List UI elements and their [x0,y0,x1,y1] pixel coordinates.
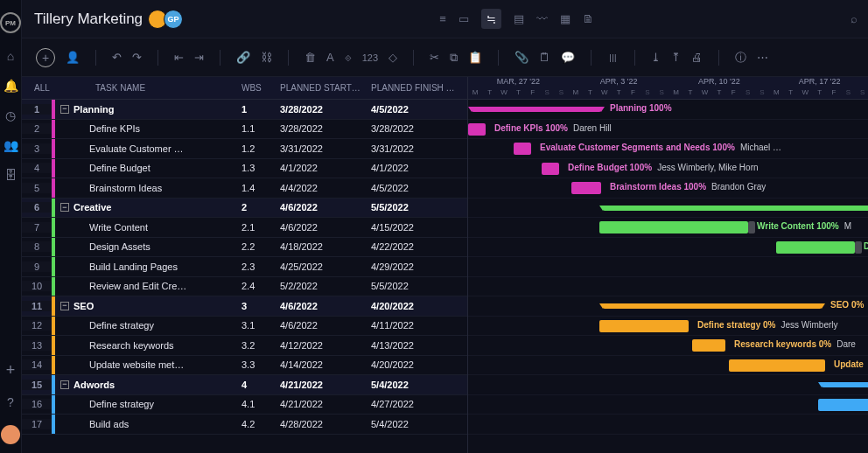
wbs-cell[interactable]: 1.3 [242,163,280,173]
add-task-button[interactable]: + [36,48,55,67]
gantt-row[interactable]: SEO 0% [468,296,868,317]
calendar-view-icon[interactable]: ▦ [560,12,570,25]
task-name-cell[interactable]: −SEO [55,301,242,311]
wbs-cell[interactable]: 1.4 [242,183,280,193]
finish-cell[interactable]: 4/20/2022 [371,359,467,370]
col-all[interactable]: ALL [22,83,88,93]
task-row[interactable]: 6−Creative24/6/20225/5/2022 [22,199,467,219]
gantt-bar[interactable] [776,241,855,254]
gantt-bar[interactable] [603,206,868,211]
columns-icon[interactable]: ⫼ [607,51,619,64]
collapse-icon[interactable]: − [60,302,69,310]
wbs-cell[interactable]: 2.4 [242,281,280,291]
gantt-bar[interactable] [818,399,868,411]
task-row[interactable]: 15−Adwords44/21/20225/4/2022 [22,375,467,395]
home-icon[interactable]: ⌂ [7,49,14,63]
start-cell[interactable]: 3/28/2022 [280,123,371,134]
undo-icon[interactable]: ↶ [112,51,122,64]
finish-cell[interactable]: 5/4/2022 [371,419,467,429]
task-name-cell[interactable]: Build Landing Pages [55,261,242,272]
task-name-cell[interactable]: −Planning [55,104,242,115]
task-row[interactable]: 2Define KPIs1.13/28/20223/28/2022 [22,120,467,140]
task-row[interactable]: 14Update website met…3.34/14/20224/20/20… [22,356,467,376]
task-name-cell[interactable]: −Adwords [55,380,242,390]
finish-cell[interactable]: 4/29/2022 [371,261,467,272]
gantt-row[interactable] [468,395,868,415]
list-view-icon[interactable]: ≡ [439,12,446,25]
gantt-row[interactable]: Brainstorm Ideas 100%Brandon Gray [468,178,868,199]
add-icon[interactable]: + [6,361,16,380]
gantt-bar[interactable] [514,143,531,155]
clock-icon[interactable]: ◷ [5,108,16,122]
finish-cell[interactable]: 4/5/2022 [371,183,467,193]
finish-cell[interactable]: 4/20/2022 [371,301,467,311]
gantt-bar[interactable] [468,123,486,136]
attach-icon[interactable]: 📎 [514,51,528,64]
task-name-cell[interactable]: Brainstorm Ideas [55,183,242,193]
search-icon[interactable]: ⌕ [850,12,858,25]
gantt-row[interactable]: Define Budget 100%Jess Wimberly, Mike Ho… [468,159,868,179]
start-cell[interactable]: 4/6/2022 [280,222,371,233]
col-wbs[interactable]: WBS [242,83,280,93]
task-row[interactable]: 17Build ads4.24/28/20225/4/2022 [22,415,467,435]
finish-cell[interactable]: 4/1/2022 [371,163,467,173]
task-row[interactable]: 1−Planning13/28/20224/5/2022 [22,100,467,120]
gantt-bar[interactable] [472,107,601,112]
collapse-icon[interactable]: − [60,105,69,114]
finish-cell[interactable]: 4/22/2022 [371,241,467,252]
task-row[interactable]: 16Define strategy4.14/21/20224/27/2022 [22,395,467,415]
gantt-view-icon[interactable]: ≒ [481,9,501,29]
wbs-cell[interactable]: 1 [242,104,280,115]
finish-cell[interactable]: 4/11/2022 [371,320,467,331]
app-logo[interactable]: PM [0,12,21,33]
copy-icon[interactable]: ⧉ [450,51,458,65]
start-cell[interactable]: 4/12/2022 [280,340,371,351]
gantt-body[interactable]: Planning 100%Define KPIs 100%Daren HillE… [468,100,868,453]
help-icon[interactable]: ? [7,395,14,409]
member-avatars[interactable]: GP [151,10,183,29]
text-style-icon[interactable]: A [326,51,334,64]
finish-cell[interactable]: 5/5/2022 [371,281,467,291]
gantt-row[interactable]: D [468,238,868,258]
start-cell[interactable]: 4/14/2022 [280,359,371,370]
milestone-icon[interactable]: ◇ [388,51,397,64]
gantt-bar[interactable] [822,382,868,387]
start-cell[interactable]: 4/4/2022 [280,183,371,193]
task-name-cell[interactable]: Define Budget [55,163,242,173]
gantt-bar[interactable] [729,359,825,372]
task-row[interactable]: 8Design Assets2.24/18/20224/22/2022 [22,238,467,258]
board-view-icon[interactable]: ▭ [458,12,469,25]
unlink-icon[interactable]: ⛓ [261,51,272,64]
briefcase-icon[interactable]: 🗄 [4,168,17,182]
start-cell[interactable]: 3/28/2022 [280,104,371,115]
doc-view-icon[interactable]: 🗎 [583,12,594,25]
col-finish[interactable]: PLANNED FINISH … [371,83,467,93]
user-avatar[interactable] [1,425,20,444]
start-cell[interactable]: 4/18/2022 [280,241,371,252]
task-name-cell[interactable]: Define strategy [55,399,242,409]
print-icon[interactable]: 🖨 [691,51,703,64]
gantt-bar[interactable] [571,182,601,194]
outdent-icon[interactable]: ⇤ [174,51,184,64]
wbs-cell[interactable]: 2.2 [242,241,280,252]
bell-icon[interactable]: 🔔 [4,79,18,93]
gantt-bar[interactable] [599,320,689,332]
finish-cell[interactable]: 5/5/2022 [371,202,467,213]
task-name-cell[interactable]: Design Assets [55,241,242,252]
gantt-row[interactable] [468,257,868,277]
task-name-cell[interactable]: Research keywords [55,340,242,351]
gantt-row[interactable]: Research keywords 0%Dare [468,336,868,356]
finish-cell[interactable]: 3/31/2022 [371,143,467,154]
finish-cell[interactable]: 4/5/2022 [371,104,467,115]
gantt-row[interactable]: Define strategy 0%Jess Wimberly [468,317,868,337]
task-name-cell[interactable]: Define KPIs [55,123,242,134]
wbs-cell[interactable]: 1.1 [242,123,280,134]
wbs-cell[interactable]: 4.2 [242,419,280,429]
wbs-cell[interactable]: 1.2 [242,143,280,154]
finish-cell[interactable]: 4/13/2022 [371,340,467,351]
task-row[interactable]: 7Write Content2.14/6/20224/15/2022 [22,218,467,238]
wbs-cell[interactable]: 2.1 [242,222,280,233]
tag-icon[interactable]: ⟐ [345,51,352,64]
avatar-2[interactable]: GP [164,10,183,29]
sheet-view-icon[interactable]: ▤ [514,12,524,25]
